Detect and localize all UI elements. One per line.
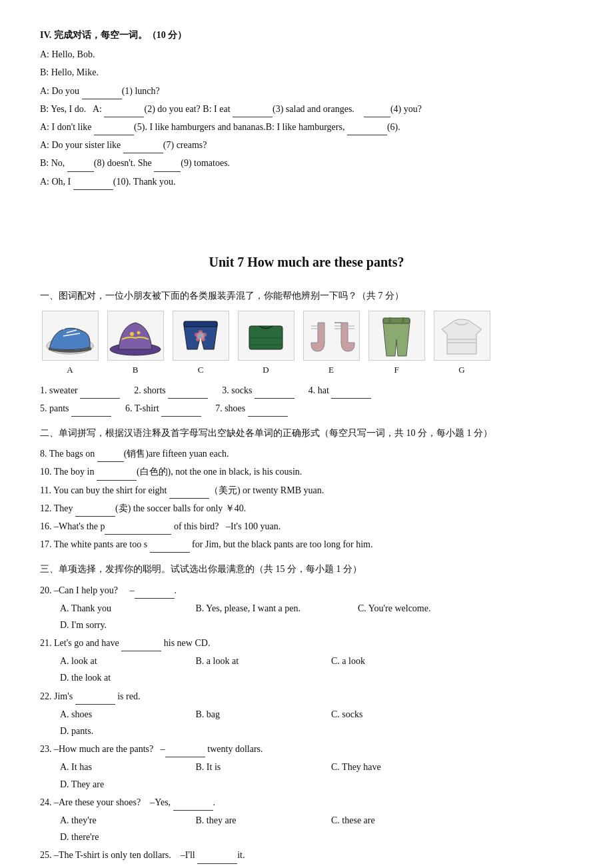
choice-23A: A. It has — [60, 759, 193, 775]
svg-point-10 — [195, 333, 199, 337]
part1-q-row2: 5. pants 6. T-shirt 7. shoes — [40, 400, 573, 417]
unit-title: Unit 7 How much are these pants? — [40, 250, 573, 274]
part2-section: 二、单词拼写，根据汉语注释及首字母写出空缺处各单词的正确形式（每空只写一词，共 … — [40, 425, 573, 553]
part3-q24-choices: A. they're B. they are C. these are D. t… — [60, 812, 573, 845]
clothing-label-E: E — [328, 362, 334, 377]
part2-q11: 11. You can buy the shirt for eight （美元)… — [40, 482, 573, 499]
choice-23B: B. It is — [196, 759, 329, 775]
part3-q25-choices: A. buy B. take C. sale D. sell — [60, 865, 573, 868]
choice-22C: C. socks — [331, 706, 464, 723]
choice-21D: D. the look at — [60, 669, 193, 686]
part3-q24: 24. –Are these your shoes? –Yes, . — [40, 794, 573, 811]
part3-q20: 20. –Can I help you? –. — [40, 582, 573, 599]
clothing-images-row: A B — [40, 311, 573, 377]
choice-23C: C. They have — [331, 759, 464, 775]
part3-q25: 25. –The T-shirt is only ten dollars. –I… — [40, 847, 573, 863]
choice-24C: C. these are — [331, 812, 464, 829]
part1-section: 一、图词配对，一位小朋友被下面的各类服装弄混了，你能帮他辨别一下吗？（共 7 分… — [40, 287, 573, 417]
clothing-item-G: G — [432, 311, 492, 377]
part1-q3: 3. socks — [222, 385, 306, 395]
part2-q16: 16. –What's the p of this bird? –It's 10… — [40, 518, 573, 535]
part1-q6: 6. T-shirt — [125, 403, 213, 413]
part3-q23: 23. –How much are the pants? – twenty do… — [40, 741, 573, 757]
clothing-img-G — [434, 311, 490, 361]
part3-title: 三、单项选择，发挥你的聪明。试试选出你最满意的（共 15 分，每小题 1 分） — [40, 561, 573, 577]
clothing-item-C: C — [171, 311, 231, 377]
svg-rect-20 — [402, 317, 404, 324]
clothing-item-B: B — [105, 311, 165, 377]
part2-q12: 12. They (卖) the soccer balls for only ￥… — [40, 500, 573, 517]
part1-title: 一、图词配对，一位小朋友被下面的各类服装弄混了，你能帮他辨别一下吗？（共 7 分… — [40, 287, 573, 304]
part1-q4: 4. hat — [308, 385, 372, 395]
clothing-item-D: D — [236, 311, 296, 377]
choice-25A: A. buy — [60, 865, 193, 868]
clothing-img-E — [303, 311, 360, 361]
part3-q21-choices: A. look at B. a look at C. a look D. the… — [60, 653, 573, 686]
part4-line3: A: Do you (1) lunch? — [40, 83, 573, 99]
clothing-label-A: A — [67, 362, 73, 377]
part3-q23-choices: A. It has B. It is C. They have D. They … — [60, 759, 573, 792]
part4-line8: A: Oh, I (10). Thank you. — [40, 173, 573, 190]
part2-q8: 8. The bags on (销售)are fifteen yuan each… — [40, 445, 573, 462]
choice-22D: D. pants. — [60, 723, 193, 739]
clothing-label-D: D — [263, 362, 269, 377]
part4-line1: A: Hello, Bob. — [40, 46, 573, 63]
choice-20D: D. I'm sorry. — [60, 617, 193, 633]
svg-point-9 — [196, 337, 200, 341]
part4-line7: B: No, (8) doesn't. She (9) tomatoes. — [40, 155, 573, 171]
choice-25B: B. take — [196, 865, 329, 868]
clothing-img-B — [107, 311, 164, 361]
part1-q2: 2. shorts — [134, 385, 219, 395]
choice-24B: B. they are — [196, 812, 329, 829]
clothing-img-F — [368, 311, 425, 361]
part4-title: IV. 完成对话，每空一词。（10 分） — [40, 27, 573, 43]
part2-q17: 17. The white pants are too s for Jim, b… — [40, 536, 573, 553]
part3-q20-choices: A. Thank you B. Yes, please, I want a pe… — [60, 600, 573, 633]
clothing-item-E: E — [301, 311, 361, 377]
svg-rect-4 — [184, 321, 217, 327]
clothing-label-G: G — [458, 362, 464, 377]
part4-line5: A: I don't like (5). I like hamburgers a… — [40, 119, 573, 135]
choice-20A: A. Thank you — [60, 600, 193, 617]
choice-24D: D. there're — [60, 829, 193, 845]
clothing-item-A: A — [40, 311, 100, 377]
choice-20C: C. You're welcome. — [358, 600, 491, 617]
choice-23D: D. They are — [60, 776, 193, 793]
clothing-label-F: F — [394, 362, 398, 377]
svg-point-7 — [203, 333, 207, 337]
clothing-label-C: C — [198, 362, 204, 377]
part4-line6: A: Do your sister like (7) creams? — [40, 137, 573, 153]
choice-22A: A. shoes — [60, 706, 193, 723]
clothing-item-F: F — [366, 311, 426, 377]
svg-point-8 — [201, 337, 205, 341]
part1-q5: 5. pants — [40, 403, 123, 413]
choice-20B: B. Yes, please, I want a pen. — [196, 600, 356, 617]
choice-21B: B. a look at — [196, 653, 329, 669]
part4-line2: B: Hello, Mike. — [40, 64, 573, 81]
part1-q7: 7. shoes — [215, 403, 288, 413]
svg-point-3 — [137, 331, 141, 334]
part2-q10: 10. The boy in (白色的), not the one in bla… — [40, 463, 573, 480]
part4-section: IV. 完成对话，每空一词。（10 分） A: Hello, Bob. B: H… — [40, 27, 573, 190]
part1-q-row1: 1. sweater 2. shorts 3. socks 4. hat — [40, 382, 573, 399]
choice-22B: B. bag — [196, 706, 329, 723]
clothing-img-D — [238, 311, 295, 361]
choice-21A: A. look at — [60, 653, 193, 669]
clothing-img-A — [42, 311, 99, 361]
part3-q22-choices: A. shoes B. bag C. socks D. pants. — [60, 706, 573, 739]
svg-rect-18 — [383, 318, 410, 323]
svg-point-6 — [199, 330, 203, 334]
svg-point-2 — [130, 332, 134, 336]
choice-24A: A. they're — [60, 812, 193, 829]
svg-rect-19 — [388, 317, 391, 324]
part3-q21: 21. Let's go and have his new CD. — [40, 635, 573, 651]
part3-section: 三、单项选择，发挥你的聪明。试试选出你最满意的（共 15 分，每小题 1 分） … — [40, 561, 573, 868]
part1-q1: 1. sweater — [40, 385, 132, 395]
clothing-label-B: B — [133, 362, 139, 377]
choice-25C: C. sale — [331, 865, 464, 868]
part3-q22: 22. Jim's is red. — [40, 688, 573, 705]
choice-21C: C. a look — [331, 653, 464, 669]
part4-line4: B: Yes, I do. A: (2) do you eat? B: I ea… — [40, 101, 573, 117]
part2-title: 二、单词拼写，根据汉语注释及首字母写出空缺处各单词的正确形式（每空只写一词，共 … — [40, 425, 573, 441]
clothing-img-C — [173, 311, 229, 361]
